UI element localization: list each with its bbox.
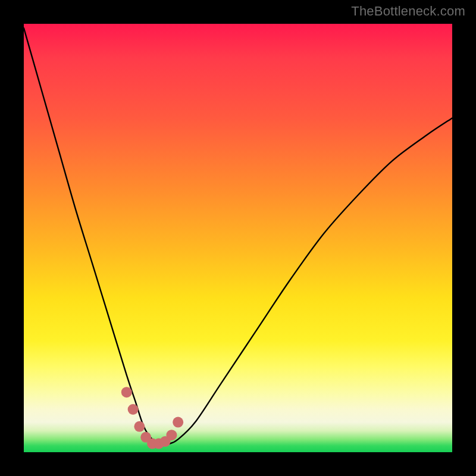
- watermark-text: TheBottleneck.com: [351, 4, 465, 19]
- chart-stage: TheBottleneck.com: [0, 0, 476, 476]
- dot: [173, 417, 183, 428]
- dot: [121, 387, 132, 397]
- plot-area: [24, 24, 452, 452]
- dot: [134, 421, 145, 432]
- dot: [128, 404, 139, 415]
- bottleneck-curve: [24, 28, 452, 444]
- dot: [166, 430, 177, 440]
- dot-band: [121, 387, 183, 449]
- curve-layer: [24, 24, 452, 452]
